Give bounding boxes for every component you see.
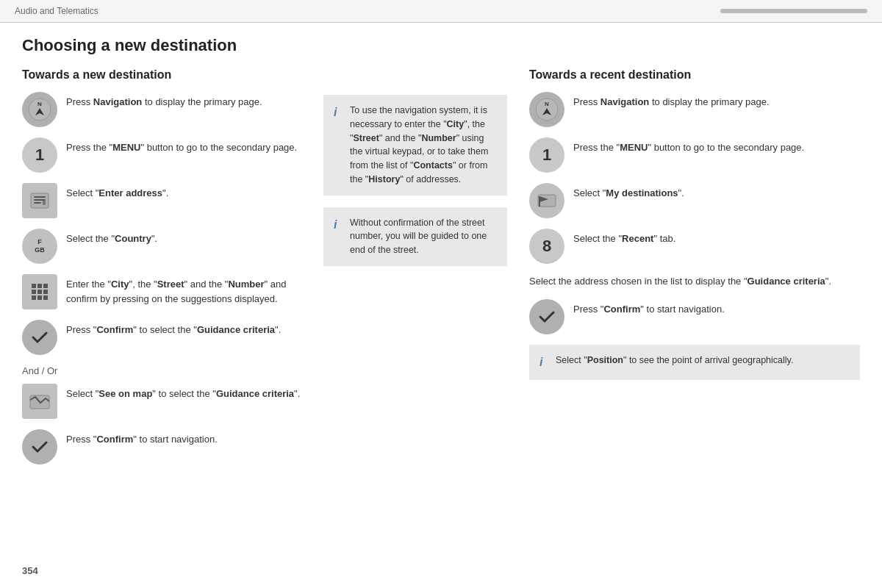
and-or-label: And / Or [22,365,316,376]
bold-my-destinations: My destinations [606,187,678,198]
left-section-title: Towards a new destination [22,68,316,82]
step-text-r3: Select "My destinations". [573,183,860,201]
check-icon-1 [22,320,57,355]
step-text-2: Press the "MENU" button to go to the sec… [66,137,316,155]
check-icon-r5 [529,299,564,334]
step-row-r2: 1 Press the "MENU" button to go to the s… [529,137,860,173]
country-icon: F GB [22,229,57,264]
info-text-right: Select "Position" to see the point of ar… [556,354,793,368]
grid-dots [32,284,48,300]
bold-confirm-2: Confirm [96,434,133,445]
bold-country: Country [115,233,151,244]
svg-rect-5 [34,199,46,201]
bold-navigation-r1: Navigation [600,96,649,107]
info-box-right: i Select "Position" to see the point of … [529,345,860,380]
nav-icon-r1: N [529,92,564,127]
step-text-1: Press Navigation to display the primary … [66,92,316,110]
top-bar: Audio and Telematics [0,0,882,23]
step-text-r2: Press the "MENU" button to go to the sec… [573,137,860,155]
bold-number: Number [228,279,264,290]
bold-menu-r2: MENU [620,142,648,153]
check-icon-2 [22,429,57,465]
step-row-r5: Press "Confirm" to start navigation. [529,299,860,334]
step-text-r1: Press Navigation to display the primary … [573,92,860,110]
bold-enter-address: Enter address [98,187,162,198]
bold-navigation-1: Navigation [93,96,142,107]
info-box-content-2: i Without confirmation of the street num… [334,216,497,257]
step-text-r4: Select the "Recent" tab. [573,229,860,246]
info-text-1: To use the navigation system, it is nece… [350,104,497,187]
bold-menu-1: MENU [112,142,140,153]
svg-rect-7 [43,201,46,205]
bold-street: Street [157,279,184,290]
step-row: 1 Press the "MENU" button to go to the s… [22,137,316,173]
info-box-content-right: i Select "Position" to see the point of … [539,354,850,371]
address-icon [22,183,57,218]
bold-city: City [111,279,129,290]
step-row-r3: Select "My destinations". [529,183,860,218]
bold-confirm-1: Confirm [96,324,133,335]
right-section: Towards a recent destination N Press Nav… [514,68,860,390]
number-icon-r4: 8 [529,229,564,264]
page-title: Choosing a new destination [22,36,860,55]
step-text-7: Select "See on map" to select the "Guida… [66,384,316,401]
top-bar-label: Audio and Telematics [15,6,720,16]
bold-see-on-map: See on map [98,388,152,399]
info-icon-1: i [334,104,344,121]
svg-rect-6 [34,202,41,204]
step-text-r5: Press "Confirm" to start navigation. [573,299,860,317]
step-row: Select "See on map" to select the "Guida… [22,384,316,419]
number-icon-r2: 1 [529,137,564,173]
map-icon [22,384,57,419]
step-row: Enter the "City", the "Street" and the "… [22,274,316,309]
info-icon-right: i [539,354,550,371]
nav-icon-1: N [22,92,57,127]
right-section-title: Towards a recent destination [529,68,860,82]
step-row: Press "Confirm" to start navigation. [22,429,316,465]
flag-icon [529,183,564,218]
svg-text:N: N [545,101,549,107]
right-address-line: Select the address chosen in the list to… [529,274,860,289]
top-bar-decoration [720,9,867,13]
svg-rect-4 [34,196,46,198]
left-section: Towards a new destination N Press Naviga… [22,68,316,475]
grid-icon [22,274,57,309]
middle-section: i To use the navigation system, it is ne… [316,68,514,276]
bold-recent: Recent [622,233,653,244]
bold-guidance-2: Guidance criteria [216,388,294,399]
step-row: F GB Select the "Country". [22,229,316,264]
info-box-2: i Without confirmation of the street num… [323,207,507,266]
step-row: N Press Navigation to display the primar… [22,92,316,127]
step-text-8: Press "Confirm" to start navigation. [66,429,316,447]
step-row: Press "Confirm" to select the "Guidance … [22,320,316,355]
step-text-6: Press "Confirm" to select the "Guidance … [66,320,316,337]
bold-confirm-r5: Confirm [603,304,640,315]
step-row-r4: 8 Select the "Recent" tab. [529,229,860,264]
step-row: Select "Enter address". [22,183,316,218]
info-text-2: Without confirmation of the street numbe… [350,216,497,257]
info-box-1: i To use the navigation system, it is ne… [323,95,507,196]
info-box-content-1: i To use the navigation system, it is ne… [334,104,497,187]
step-row-r1: N Press Navigation to display the primar… [529,92,860,127]
page-number: 354 [22,565,38,576]
svg-text:N: N [37,101,42,107]
bold-guidance-criteria-right: Guidance criteria [747,276,825,287]
info-icon-2: i [334,216,344,234]
step-text-4: Select the "Country". [66,229,316,246]
step-text-3: Select "Enter address". [66,183,316,201]
number-icon-1: 1 [22,137,57,173]
step-text-5: Enter the "City", the "Street" and the "… [66,274,316,306]
bold-guidance-1: Guidance criteria [197,324,275,335]
